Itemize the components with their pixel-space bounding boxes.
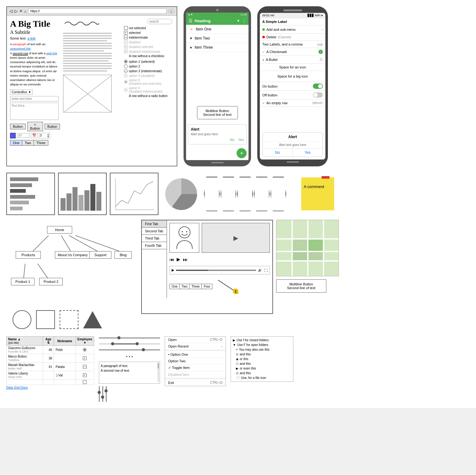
web-search-input[interactable] (147, 19, 172, 24)
web-nav-forward[interactable]: ▷ (14, 9, 18, 13)
web-combobox[interactable]: ComboBox▼ (10, 89, 33, 95)
ios-alert-no-btn[interactable]: No (263, 148, 293, 157)
ios-two-labels-text: Two Labels, and a comma (262, 42, 302, 46)
ios-bullet-label: A Bullet (266, 58, 277, 62)
web-tab-three[interactable]: Three (34, 140, 48, 146)
ios-bullet-item[interactable]: ● A Bullet ☰ (260, 56, 325, 64)
video-play-icon[interactable]: ▶ (172, 268, 174, 272)
svg-line-25 (75, 235, 119, 251)
ios-space-big-icon: Space for a big icon (260, 71, 325, 82)
video-area: ▶ (202, 223, 270, 253)
android-item-3[interactable]: ● Item Three (186, 43, 249, 52)
ios-delete-item[interactable]: Delete (Cancel) (260, 34, 325, 41)
web-spinner[interactable]: 3▲▼ (39, 133, 50, 138)
cb-disabled-indeterminate: — disabled indeterminate (124, 50, 172, 53)
radio-no-btn: A row without a radio button (129, 94, 172, 98)
slider-3[interactable] (99, 348, 160, 352)
ios-empty-row-right: (above) (312, 101, 323, 105)
tab-third[interactable]: Third Tab (142, 235, 167, 242)
radio-selected: option 1 (selected) (124, 60, 172, 63)
tab-first[interactable]: First Tab (142, 220, 167, 228)
svg-rect-41 (308, 240, 323, 251)
ios-toggle-off[interactable] (313, 92, 323, 98)
web-search-btn[interactable]: ⌕ (168, 9, 174, 13)
android-alert-yes[interactable]: Yes (238, 138, 244, 142)
android-item-2[interactable]: ♥ Item Two (186, 34, 249, 43)
mini-tab-two[interactable]: Two (180, 284, 190, 289)
ios-toggle-on[interactable] (313, 84, 323, 89)
web-tab-two[interactable]: Two (22, 140, 34, 146)
menu-toggle-item[interactable]: ✓ Toggle Item (165, 364, 226, 371)
sitemap-products: Products (16, 251, 41, 259)
web-tab-one[interactable]: One (10, 140, 22, 146)
video-progress-bar[interactable] (176, 270, 256, 271)
web-nav-home[interactable]: ⌂ (24, 9, 26, 13)
ios-info-icon[interactable]: i (318, 50, 323, 54)
android-more-icon[interactable]: ⋮ (242, 19, 246, 23)
menu-exit[interactable]: ExitCTRL+Q (165, 380, 226, 386)
android-menu-icon[interactable]: ☰ (189, 18, 193, 23)
text-paragraph-box: A paragraph of text. A second row of tex… (99, 362, 160, 384)
menu-separator-2 (165, 379, 226, 379)
web-url-input[interactable] (28, 8, 167, 14)
menu-option-two[interactable]: Option Two (165, 358, 226, 364)
vslider-1[interactable] (99, 386, 100, 402)
tab-fourth[interactable]: Fourth Tab (142, 242, 167, 249)
android-fab[interactable]: + (237, 148, 247, 158)
volume-icon[interactable]: 🔊 (258, 268, 262, 272)
ios-on-label: On button (262, 84, 277, 88)
web-button-3[interactable]: Button (45, 124, 60, 129)
android-alert-text: Alert text goes here (191, 132, 244, 136)
col-employee-header[interactable]: Employee ▼ (76, 337, 94, 346)
multiline-button-bottom[interactable]: Multiline Button Second line of text (276, 279, 326, 293)
slider-1[interactable] (99, 336, 160, 340)
ios-phone: 09:52 AM ▊▊▊ WiFi ● A Simple Label Add a… (257, 6, 328, 166)
fast-forward-icon[interactable]: ⏭ (183, 257, 188, 262)
play-pause-icon[interactable]: ▶ (177, 256, 180, 262)
radio-2: option 2 (124, 64, 172, 68)
web-nav-reload[interactable]: ✕ (19, 9, 22, 13)
mini-tab-three[interactable]: Three (190, 284, 202, 289)
dots-area: • • • (99, 354, 160, 359)
vslider-2[interactable] (102, 386, 103, 402)
slider-2[interactable] (99, 342, 160, 346)
menu-open-recent[interactable]: Open Recent› (165, 343, 226, 350)
checkbox-empty-icon: ☐ (236, 362, 238, 365)
map-area (276, 220, 339, 276)
radio-6: — option 6(disabled indeterminate) (124, 86, 172, 93)
android-star-icon: ★ (190, 27, 193, 31)
rewind-icon[interactable]: ⏮ (169, 257, 174, 262)
mini-tab-one[interactable]: One (169, 284, 180, 289)
web-nav-back[interactable]: ◁ (9, 9, 13, 13)
menu-option-one[interactable]: • Option One (165, 351, 226, 358)
web-calendar-icon[interactable]: 📅 (31, 133, 38, 138)
data-table-docs-link[interactable]: Data Grid Docs (6, 386, 94, 389)
android-multiline-btn[interactable]: Multiline Button Second line of text (197, 106, 238, 119)
tab-second[interactable]: Second Tab (142, 228, 167, 235)
web-button-1[interactable]: Button (10, 124, 26, 129)
web-color-picker[interactable] (10, 133, 16, 138)
web-button-back[interactable]: < Button (27, 122, 43, 131)
col-nickname-header[interactable]: Nickname (54, 337, 76, 346)
col-name-header[interactable]: Name ▲ (job title) (7, 337, 43, 346)
line-chart (110, 173, 158, 215)
col-age-header[interactable]: Age ⇅ (43, 337, 54, 346)
menu-open[interactable]: OpenCTRL+O (165, 337, 226, 343)
table-row (7, 380, 94, 385)
cb-no-checkbox: A row without a checkbox (129, 54, 172, 58)
data-table-section: Name ▲ (job title) Age ⇅ Nickname Employ… (6, 336, 94, 389)
scroll-bar-track[interactable] (158, 363, 159, 382)
web-link[interactable]: a link (28, 36, 36, 40)
web-date-input[interactable] (17, 133, 29, 138)
android-alert-no[interactable]: No (230, 138, 234, 142)
web-text-input[interactable] (10, 96, 59, 101)
android-dropdown-icon[interactable]: ▼ (237, 19, 240, 23)
vslider-3[interactable] (106, 386, 107, 402)
fullscreen-icon[interactable]: ⛶ (264, 268, 268, 272)
ios-alert-yes-btn[interactable]: Yes (293, 148, 323, 157)
ios-checkmark-item[interactable]: ✓ A Checkmark i (260, 48, 325, 56)
android-item-1[interactable]: ★ Item One (186, 25, 249, 34)
mini-tab-four[interactable]: Four (202, 284, 212, 289)
ios-add-submenu[interactable]: Add and sub-menu › (260, 25, 325, 34)
file-item-5: ◉ or this (236, 357, 291, 361)
